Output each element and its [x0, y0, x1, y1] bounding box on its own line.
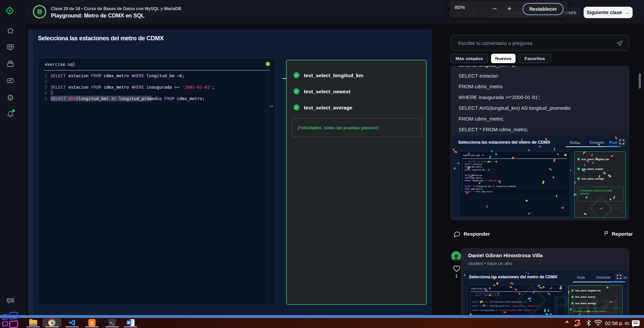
- mini-tab-console: Console: [590, 140, 604, 144]
- expand-screenshot-icon[interactable]: [614, 272, 624, 281]
- chrome-icon[interactable]: [48, 319, 56, 327]
- next-arrow-icon: →: [625, 10, 630, 15]
- wifi-icon[interactable]: [594, 318, 602, 328]
- sync-update-icon[interactable]: [574, 318, 581, 328]
- course-breadcrumb: Clase 20 de 34 • Curso de Bases de Datos…: [51, 6, 181, 11]
- mini-tests: ✓test_select_longitud_km✓test_select_new…: [568, 285, 623, 315]
- page-title: Playground: Metro de CDMX en SQL: [51, 12, 145, 19]
- editor-file-tab: exercise.sql: [45, 62, 75, 67]
- comment-author: Daniel Gibran Hinostrosa Villa: [468, 252, 543, 259]
- zoom-in-button[interactable]: +: [504, 3, 515, 15]
- next-class-button[interactable]: Siguiente clase →: [584, 7, 633, 18]
- home-icon[interactable]: [6, 27, 14, 35]
- comment-screenshot[interactable]: Selecciona las estaciones del metro de C…: [464, 271, 627, 315]
- notification-badge: [12, 109, 15, 112]
- zoom-out-button[interactable]: −: [489, 3, 500, 15]
- mini-title: Selecciona las estaciones del metro de C…: [469, 275, 557, 279]
- editor-scrollbar[interactable]: [268, 70, 275, 304]
- mini-tab-guia: Guía: [577, 275, 585, 279]
- test-result-row: ✓test_select_average: [293, 104, 353, 111]
- comment-placeholder: Escribe tu comentario o pregunta: [458, 40, 532, 46]
- reply-button[interactable]: Responder: [464, 231, 490, 237]
- browser-zoom-bubble: 80% − + Restablecer: [449, 1, 568, 17]
- comment-card: WHERE longitud_km > 6;SELECT estacionFRO…: [450, 66, 629, 220]
- comments-list: WHERE longitud_km > 6;SELECT estacionFRO…: [442, 66, 644, 315]
- test-result-row: ✓test_select_newest: [293, 88, 351, 95]
- terminal-icon[interactable]: >_: [108, 319, 116, 327]
- playground-panel: Selecciona las estaciones del metro de C…: [28, 30, 432, 315]
- reply-bubble-icon[interactable]: [453, 230, 461, 239]
- windows-taskbar: X >_ W ^ 02:58 p.: [0, 318, 644, 328]
- app-running-indicator: [85, 326, 99, 327]
- course-avatar: [33, 5, 46, 18]
- filter-active-pill[interactable]: Nuevos: [491, 54, 516, 63]
- bluetooth-icon[interactable]: [586, 318, 592, 328]
- app-running-indicator: [105, 326, 119, 327]
- panel-edge: [28, 30, 33, 315]
- zoom-reset-button[interactable]: Restablecer: [523, 3, 564, 15]
- taskbar-clock[interactable]: 02:58 p. m.: [605, 318, 630, 328]
- community-icon[interactable]: [6, 43, 14, 51]
- tests-success-box: ¡Felicidades, todas las pruebas pasaron!: [292, 118, 422, 137]
- mini-editor: exercise.sql 1-- Escribe tu código aquí …: [468, 285, 565, 315]
- update-badge: [577, 322, 581, 326]
- report-button[interactable]: Reportar: [612, 231, 633, 237]
- comment-screenshot[interactable]: Selecciona las estaciones del metro de C…: [451, 135, 628, 218]
- like-count: 1: [454, 273, 459, 279]
- expand-screenshot-icon[interactable]: [617, 137, 627, 147]
- archive-icon[interactable]: [6, 60, 14, 68]
- check-icon: ✓: [293, 104, 300, 110]
- screen: ⚙ Clase 20 de 34 • Curso de B: [0, 0, 644, 328]
- tests-results-panel: ✓test_select_longitud_km✓test_select_new…: [286, 60, 427, 305]
- test-result-row: ✓test_select_longitud_km: [293, 72, 363, 79]
- like-heart-icon[interactable]: [453, 265, 461, 272]
- app-running-indicator: [65, 326, 79, 327]
- editor-divider: [44, 70, 270, 71]
- code-lines[interactable]: 1SELECT estacion FROM cdmx_metro WHERE l…: [38, 73, 267, 101]
- comment-text: WHERE longitud_km > 6;SELECT estacionFRO…: [459, 66, 571, 137]
- start-button[interactable]: [1, 311, 22, 328]
- tests-success-message: ¡Felicidades, todas las pruebas pasaron!: [297, 125, 379, 130]
- report-flag-icon[interactable]: [604, 231, 609, 238]
- app-running-indicator: [124, 326, 137, 327]
- editor-scroll-marker: [270, 106, 274, 107]
- app-running-indicator: [26, 326, 40, 327]
- settings-gear-icon[interactable]: ⚙: [6, 94, 14, 102]
- check-icon: ✓: [293, 88, 300, 94]
- tray-chevron-icon[interactable]: ^: [566, 318, 569, 328]
- notification-center-icon[interactable]: [632, 318, 640, 328]
- filter-pill[interactable]: Favoritos: [519, 54, 551, 63]
- exercise-title: Selecciona las estaciones del metro de C…: [38, 35, 164, 42]
- mini-editor: exercise.sql 1-- Escribe tu código aquí …: [459, 151, 570, 217]
- mini-tab-guia: Guía: [570, 140, 578, 144]
- comment-meta: student • hace un año: [468, 261, 512, 266]
- app-running-indicator: [45, 326, 59, 327]
- word-icon[interactable]: W: [126, 319, 135, 327]
- sidebar: ⚙: [0, 0, 25, 315]
- progress-chart-icon[interactable]: [6, 77, 14, 85]
- avatar: [451, 251, 461, 261]
- notifications-bell-icon[interactable]: [6, 110, 14, 118]
- platzi-logo-icon[interactable]: [6, 7, 14, 15]
- mini-tab-console: Console: [596, 275, 610, 279]
- editor-status-dot: [266, 62, 270, 66]
- zoom-level: 80%: [455, 4, 465, 10]
- file-explorer-icon[interactable]: [29, 319, 38, 327]
- platzi-watermark-text: Platzi: [609, 202, 628, 217]
- comments-scrollbar-thumb[interactable]: [639, 73, 641, 89]
- check-icon: ✓: [293, 72, 300, 78]
- taskbar-top-strip: [0, 315, 644, 318]
- filter-pill[interactable]: Más votados: [450, 54, 488, 63]
- code-editor[interactable]: exercise.sql 1SELECT estacion FROM cdmx_…: [38, 58, 276, 305]
- mini-title: Selecciona las estaciones del metro de C…: [458, 140, 550, 145]
- vscode-icon[interactable]: [68, 319, 76, 327]
- send-comment-icon[interactable]: [616, 40, 623, 47]
- xampp-icon[interactable]: X: [88, 319, 96, 327]
- feedback-chat-icon[interactable]: [6, 297, 14, 305]
- comment-input[interactable]: Escribe tu comentario o pregunta: [450, 35, 629, 51]
- comment-card: Daniel Gibran Hinostrosa Villa student •…: [461, 248, 629, 315]
